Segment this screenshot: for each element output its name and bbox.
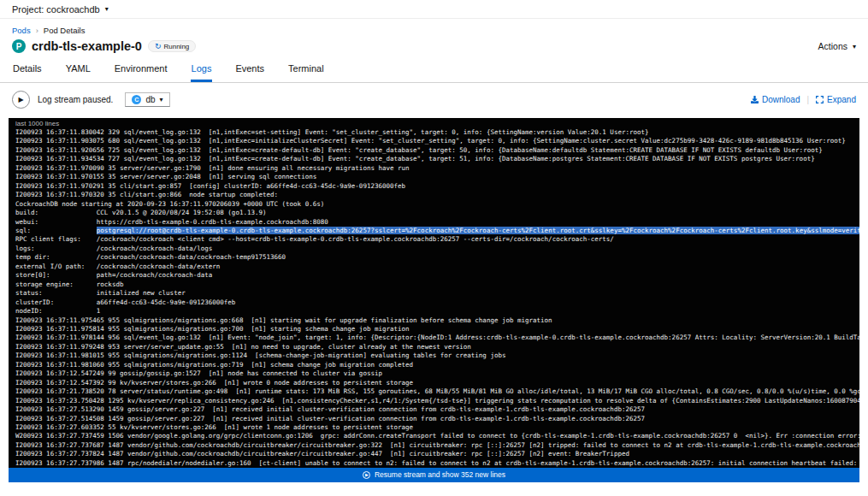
log-line: I200923 16:37:27.514508 1459 gossip/serv… [15,415,859,423]
log-line: I200923 16:37:11.981015 955 sqlmigration… [15,351,859,360]
project-bar: Project: cockroachdb ▾ [0,0,868,19]
log-line: logs: /cockroach/cockroach-data/logs [15,245,859,253]
pod-badge-icon: P [12,39,26,53]
log-viewer: last 1000 lines I200923 16:37:11.830042 … [9,118,859,482]
toolbar-divider: | [806,95,809,104]
log-scroll-area[interactable]: I200923 16:37:11.830042 329 sql/event_lo… [9,128,859,468]
page-header: P crdb-tls-example-0 ↻ Running Actions ▾ [12,39,856,53]
project-selector-label: Project: cockroachdb [12,4,100,15]
log-line: sql: postgresql://root@crdb-tls-example-… [15,227,859,235]
page-title: crdb-tls-example-0 [32,39,142,53]
log-toolbar: ▶ Log stream paused. C db ▾ Download | E… [0,83,868,116]
log-line: I200923 16:37:11.979248 953 server/serve… [15,343,859,351]
breadcrumb-current: Pod Details [44,26,86,35]
log-line: external I/O path: /cockroach/cockroach-… [15,263,859,271]
log-line: I200923 16:37:11.920656 725 sql/event_lo… [15,146,859,155]
actions-dropdown[interactable]: Actions ▾ [818,41,856,51]
expand-icon [816,96,824,103]
resume-stream-label: Resume stream and show 352 new lines [375,470,505,479]
chevron-down-icon: ▾ [853,43,856,50]
sync-icon: ↻ [155,42,162,50]
log-line: I200923 16:37:11.934534 727 sql/event_lo… [15,155,859,163]
tab-terminal[interactable]: Terminal [287,63,325,82]
log-line: I200923 16:37:27.513290 1459 gossip/serv… [15,405,859,414]
expand-button[interactable]: Expand [816,95,856,104]
log-line: webui: https://crdb-tls-example-0.crdb-t… [15,218,859,227]
actions-label: Actions [818,41,847,51]
log-line: I200923 16:37:27.737824 1487 vendor/gith… [15,450,859,458]
log-line: I200923 16:37:11.978144 956 sql/event_lo… [15,334,859,342]
resume-stream-button[interactable]: ▶ Resume stream and show 352 new lines [9,468,859,482]
download-button[interactable]: Download [751,95,800,104]
tab-details[interactable]: Details [12,63,43,82]
log-line: I200923 16:37:11.903075 680 sql/event_lo… [15,137,859,145]
log-line: clusterID: a66ffe4d-cc63-45dc-9a9e-09123… [15,298,859,307]
log-line: I200923 16:37:27.737687 1487 vendor/gith… [15,441,859,450]
log-line: temp dir: /cockroach/cockroach-data/cock… [15,253,859,262]
log-line: store[0]: path=/cockroach/cockroach-data [15,271,859,280]
breadcrumb: Pods › Pod Details [12,26,856,35]
log-line: I200923 16:37:12.547249 99 gossip/gossip… [15,369,859,378]
log-line: I200923 16:37:11.975465 955 sqlmigration… [15,316,859,325]
tab-events[interactable]: Events [234,63,265,82]
tab-yaml[interactable]: YAML [65,63,92,82]
play-button[interactable]: ▶ [12,91,30,109]
expand-label: Expand [827,95,856,104]
log-line: status: initialized new cluster [15,289,859,298]
download-label: Download [762,95,800,104]
log-line: I200923 16:37:11.970155 35 server/server… [15,173,859,181]
log-line: W200923 16:37:27.737459 1506 vendor/goog… [15,432,859,440]
log-line: I200923 16:37:11.970291 35 cli/start.go:… [15,182,859,191]
container-select[interactable]: C db ▾ [125,92,169,107]
log-line: I200923 16:37:27.737986 1487 rpc/nodedia… [15,459,859,468]
status-badge: ↻ Running [148,40,196,52]
log-line-count: last 1000 lines [9,118,859,128]
log-line: I200923 16:37:27.603352 55 kv/kvserver/s… [15,423,859,432]
play-circle-icon: ▶ [363,471,370,479]
stream-status-text: Log stream paused. [38,95,113,104]
tab-logs[interactable]: Logs [191,63,213,82]
container-badge-icon: C [132,95,141,104]
log-line: CockroachDB node starting at 2020-09-23 … [15,200,859,209]
log-line: RPC client flags: /cockroach/cockroach <… [15,235,859,244]
tab-bar: DetailsYAMLEnvironmentLogsEventsTerminal [0,63,868,83]
project-selector[interactable]: Project: cockroachdb ▾ [12,4,109,15]
breadcrumb-separator: › [36,26,38,35]
log-line: storage engine: rocksdb [15,280,859,289]
log-line: I200923 16:37:12.547392 99 kv/kvserver/s… [15,379,859,387]
log-line: I200923 16:37:11.975814 955 sqlmigration… [15,325,859,334]
page: { "topbar": { "project_label": "Project:… [0,0,868,496]
log-line: I200923 16:37:11.970090 35 server/server… [15,164,859,173]
log-line: I200923 16:37:11.970320 35 cli/start.go:… [15,191,859,199]
breadcrumb-pods-link[interactable]: Pods [12,26,31,35]
log-line: nodeID: 1 [15,307,859,316]
container-select-value: db [145,95,155,104]
log-line: build: CCL v20.1.5 @ 2020/08/24 19:52:08… [15,209,859,217]
log-line: I200923 16:37:11.981060 955 sqlmigration… [15,361,859,369]
tab-environment[interactable]: Environment [114,63,168,82]
log-line: I200923 16:37:11.830042 329 sql/event_lo… [15,128,859,137]
log-line: I200923 16:37:21.738520 78 server/status… [15,387,859,396]
log-line: I200923 16:37:23.750428 1295 kv/kvserver… [15,397,859,405]
download-icon [751,96,759,103]
selected-log-text: postgresql://root@crdb-tls-example-0.crd… [97,227,859,234]
chevron-down-icon: ▾ [160,96,163,103]
chevron-down-icon: ▾ [105,5,109,13]
status-badge-label: Running [163,43,189,50]
